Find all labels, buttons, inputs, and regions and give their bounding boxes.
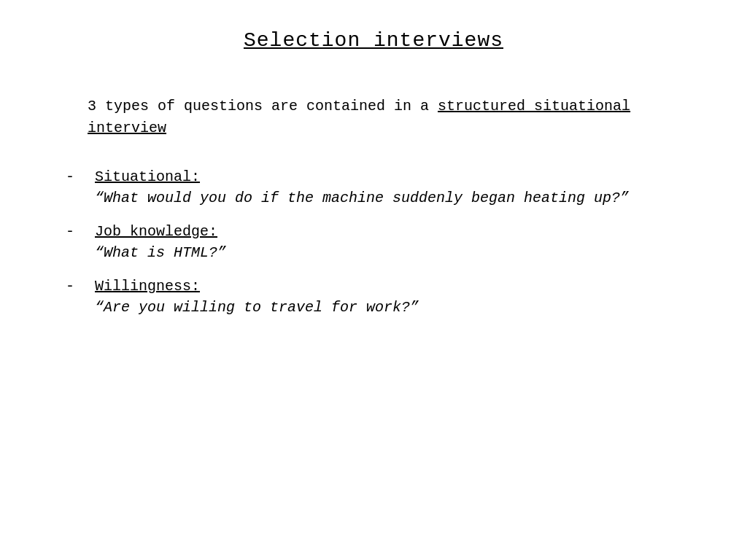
list-item: - Situational: “What would you do if the… <box>66 168 703 209</box>
intro-paragraph: 3 types of questions are contained in a … <box>88 96 703 139</box>
item-example-willingness: “Are you willing to travel for work?” <box>95 298 703 318</box>
item-content-2: Job knowledge: “What is HTML?” <box>95 223 703 263</box>
item-label-job-knowledge: Job knowledge: <box>95 223 703 240</box>
item-label-situational: Situational: <box>95 168 703 185</box>
item-example-situational: “What would you do if the machine sudden… <box>95 188 703 209</box>
intro-text-before: 3 types of questions are contained in a <box>88 98 438 114</box>
item-content-1: Situational: “What would you do if the m… <box>95 168 703 209</box>
page: Selection interviews 3 types of question… <box>0 0 747 560</box>
bullet-2: - <box>66 223 95 240</box>
page-title: Selection interviews <box>44 29 703 52</box>
item-label-willingness: Willingness: <box>95 278 703 295</box>
list-item: - Willingness: “Are you willing to trave… <box>66 278 703 318</box>
bullet-1: - <box>66 168 95 185</box>
item-content-3: Willingness: “Are you willing to travel … <box>95 278 703 318</box>
bullet-list: - Situational: “What would you do if the… <box>66 168 703 318</box>
bullet-3: - <box>66 278 95 295</box>
item-example-job-knowledge: “What is HTML?” <box>95 243 703 263</box>
list-item: - Job knowledge: “What is HTML?” <box>66 223 703 263</box>
